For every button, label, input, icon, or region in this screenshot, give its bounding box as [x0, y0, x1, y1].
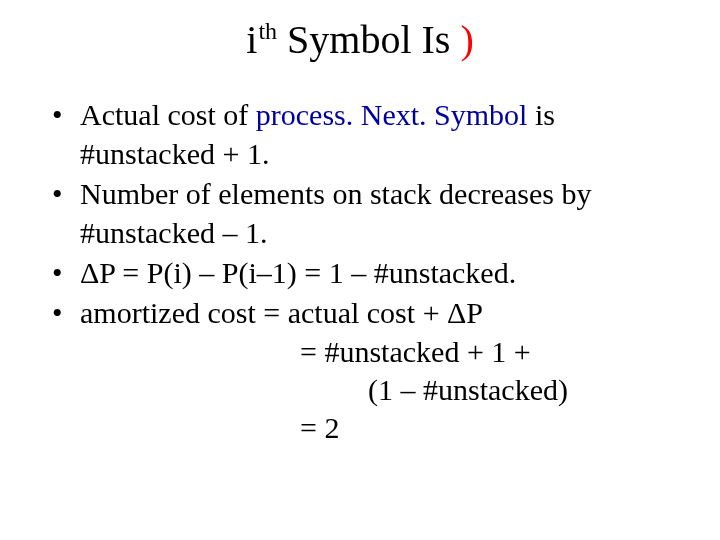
bullet-4-line-3: (1 – #unstacked): [80, 371, 672, 409]
slide: ith Symbol Is ) Actual cost of process. …: [0, 0, 720, 540]
bullet-4-line-2: = #unstacked + 1 +: [80, 333, 672, 371]
title-sup-th: th: [258, 18, 277, 44]
bullet-1-text-a: Actual cost of: [80, 98, 256, 131]
slide-title: ith Symbol Is ): [48, 18, 672, 62]
bullet-3: ΔP = P(i) – P(i–1) = 1 – #unstacked.: [48, 254, 672, 292]
bullet-1: Actual cost of process. Next. Symbol is …: [48, 96, 672, 173]
bullet-4-line-4: = 2: [80, 409, 672, 447]
title-paren: ): [460, 17, 473, 62]
bullet-4-line-1: amortized cost = actual cost + ΔP: [80, 296, 483, 329]
bullet-2: Number of elements on stack decreases by…: [48, 175, 672, 252]
title-text: Symbol Is: [277, 17, 460, 62]
bullet-1-function: process. Next. Symbol: [256, 98, 528, 131]
bullet-2-text: Number of elements on stack decreases by…: [80, 177, 591, 248]
bullet-3-text: ΔP = P(i) – P(i–1) = 1 – #unstacked.: [80, 256, 516, 289]
title-i: i: [246, 17, 257, 62]
bullet-4: amortized cost = actual cost + ΔP = #uns…: [48, 294, 672, 448]
bullet-list: Actual cost of process. Next. Symbol is …: [48, 96, 672, 448]
